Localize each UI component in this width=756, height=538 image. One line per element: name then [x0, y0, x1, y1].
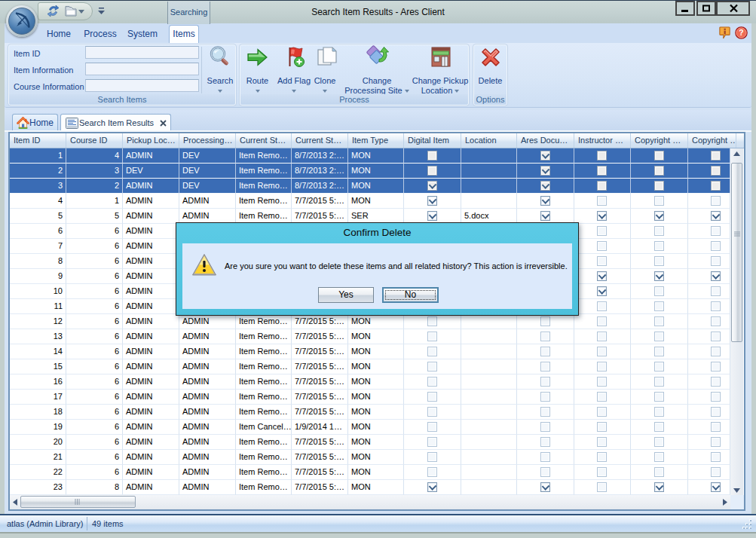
- svg-text:?: ?: [739, 29, 743, 37]
